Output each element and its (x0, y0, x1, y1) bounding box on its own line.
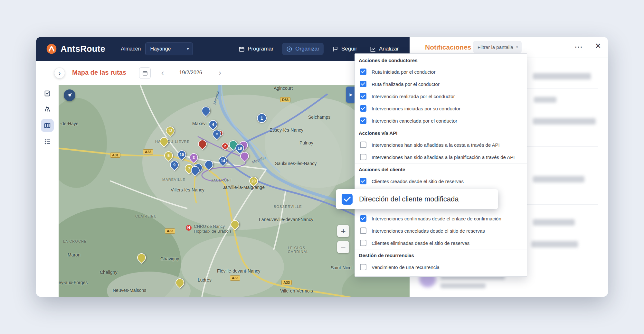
checkbox[interactable] (342, 194, 353, 205)
more-options-icon[interactable]: ⋯ (574, 42, 583, 51)
antsroute-logo: AntsRoute (36, 43, 105, 55)
checkbox[interactable] (360, 215, 366, 222)
filter-row[interactable]: Ruta iniciada por el conductor (355, 66, 527, 78)
notification-filter-dropdown: Acciones de conductores Ruta iniciada po… (355, 53, 527, 277)
filter-screen-label: Filtrar la pantalla (478, 44, 513, 50)
chevron-down-icon: ▾ (187, 47, 189, 51)
checkbox[interactable] (360, 264, 366, 270)
filter-row-label: Clientes eliminadas desde el sitio de re… (372, 240, 469, 246)
road-shield-badge: A33 (143, 149, 153, 154)
calendar-icon (142, 70, 148, 76)
filter-row-label: Ruta finalizada por el conductor (372, 81, 440, 87)
current-date: 19/2/2026 (168, 67, 213, 78)
road-icon (44, 106, 51, 113)
warehouse-select[interactable]: Hayange ▾ (145, 42, 193, 55)
notification-placeholder (533, 73, 591, 79)
logo-text: AntsRoute (61, 44, 105, 54)
filter-row-label: Intervenciones canceladas desde el sitio… (372, 228, 485, 234)
filter-row[interactable]: Clientes creados desde el sitio de reser… (355, 175, 527, 187)
filter-section-title: Acciones vía API (355, 127, 527, 139)
filter-row[interactable]: Vencimiento de una recurrencia (355, 261, 527, 273)
nav-item-organizar[interactable]: Organizar (282, 43, 324, 55)
recenter-map-button[interactable] (64, 89, 75, 101)
warehouse-select-value: Hayange (150, 46, 171, 52)
filter-section-title: Gestión de recurrencias (355, 249, 527, 261)
top-navbar: AntsRoute Almacén Hayange ▾ Programar Or… (36, 37, 410, 61)
map-marker-cluster[interactable]: 2 (222, 143, 229, 150)
checkbox[interactable] (360, 117, 366, 124)
nav-item-label: Seguir (341, 46, 357, 52)
checkbox[interactable] (360, 81, 366, 87)
filter-row-label: Vencimiento de una recurrencia (372, 264, 440, 270)
clipboard-check-icon (44, 90, 51, 97)
nav-item-programar[interactable]: Programar (234, 43, 278, 55)
nav-item-label: Programar (248, 46, 273, 52)
filter-row-label: Intervención cancelada por el conductor (372, 118, 457, 124)
road-shield-badge: A33 (230, 275, 240, 281)
antsroute-logo-icon (46, 43, 57, 55)
sidebar-item-list[interactable] (41, 135, 54, 148)
filter-row-label: Intervenciones iniciadas por su conducto… (372, 106, 460, 111)
notification-placeholder (531, 241, 578, 247)
next-date-button[interactable]: › (215, 67, 225, 78)
sidebar-item-routes[interactable] (41, 103, 54, 116)
left-icon-rail (36, 85, 59, 297)
checkbox[interactable] (360, 154, 366, 160)
filter-row[interactable]: Intervención realizada por el conductor (355, 90, 527, 102)
filter-row[interactable]: Intervenciones iniciadas por su conducto… (355, 102, 527, 115)
filter-section-title: Acciones del cliente (355, 163, 527, 175)
road-shield-badge: D83 (280, 97, 290, 102)
filter-row[interactable]: Intervenciones han sido añadidas a la ce… (355, 139, 527, 151)
sidebar-item-map[interactable] (41, 119, 54, 132)
filter-row[interactable]: Intervenciones confirmadas desde el enla… (355, 212, 527, 225)
map-marker-cluster[interactable]: 1 (257, 113, 267, 123)
highlighted-filter-row[interactable]: Dirección del cliente modificada (336, 189, 498, 209)
filter-row[interactable]: Intervenciones han sido añadidas a la pl… (355, 151, 527, 163)
filter-row-label: Intervención realizada por el conductor (372, 94, 455, 99)
chart-icon (370, 46, 376, 52)
checkbox[interactable] (360, 69, 366, 75)
checkbox[interactable] (360, 240, 366, 246)
filter-row-label: Intervenciones han sido añadidas a la pl… (372, 154, 515, 160)
checkbox[interactable] (360, 93, 366, 99)
hospital-icon: H (186, 225, 192, 231)
task-list-icon (44, 138, 51, 145)
checkbox[interactable] (360, 227, 366, 234)
filter-row-label: Clientes creados desde el sitio de reser… (372, 179, 464, 184)
filter-row[interactable]: Ruta finalizada por el conductor (355, 78, 527, 90)
compass-icon (286, 46, 292, 52)
nav-item-label: Analizar (379, 46, 399, 52)
road-shield-badge: A31 (110, 153, 120, 158)
prev-date-button[interactable]: ‹ (158, 67, 167, 78)
filter-row[interactable]: Intervenciones canceladas desde el sitio… (355, 225, 527, 237)
flag-icon (332, 46, 338, 52)
filter-row-label: Intervenciones han sido añadidas a la ce… (372, 142, 500, 148)
checkbox[interactable] (360, 105, 366, 112)
checkbox[interactable] (360, 178, 366, 184)
warehouse-label: Almacén (121, 46, 141, 52)
close-icon[interactable]: × (595, 40, 601, 51)
filter-row[interactable]: Clientes eliminadas desde el sitio de re… (355, 237, 527, 249)
zoom-out-button[interactable]: − (337, 241, 349, 253)
filter-screen-button[interactable]: Filtrar la pantalla ▾ (473, 41, 522, 53)
page-title: Mapa de las rutas (72, 69, 126, 76)
sidebar-item-planning[interactable] (41, 87, 54, 100)
sidebar-collapse-button[interactable]: › (54, 68, 65, 79)
notification-placeholder (440, 283, 486, 288)
filter-row-label: Ruta iniciada por el conductor (372, 69, 435, 75)
app-window: AntsRoute Almacén Hayange ▾ Programar Or… (36, 37, 608, 297)
nav-item-label: Organizar (295, 46, 319, 52)
checkbox[interactable] (360, 142, 366, 148)
notification-placeholder (534, 97, 556, 103)
highlighted-filter-label: Dirección del cliente modificada (359, 195, 459, 203)
compass-needle-icon (67, 92, 72, 98)
notification-placeholder (533, 118, 596, 125)
notification-placeholder (533, 176, 584, 182)
road-shield-badge: A33 (165, 228, 175, 234)
filter-section-title: Acciones de conductores (355, 55, 527, 66)
filter-row-label: Intervenciones confirmadas desde el enla… (372, 216, 501, 221)
calendar-picker-button[interactable] (139, 67, 151, 79)
filter-row[interactable]: Intervención cancelada por el conductor (355, 115, 527, 127)
zoom-in-button[interactable]: + (337, 225, 349, 237)
chevron-down-icon: ▾ (516, 45, 518, 49)
